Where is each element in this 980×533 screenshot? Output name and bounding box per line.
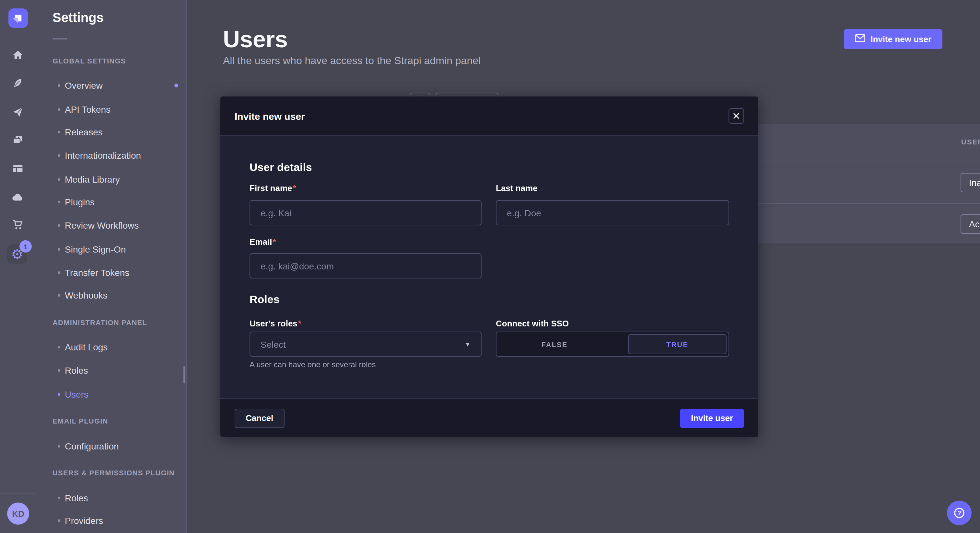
sso-label: Connect with SSO (496, 319, 729, 328)
last-name-label: Last name (496, 183, 729, 193)
modal-header: Invite new user (220, 97, 758, 136)
invite-user-modal: Invite new user User details First name*… (220, 97, 758, 437)
modal-footer: Cancel Invite user (220, 398, 758, 437)
close-icon (733, 113, 740, 119)
last-name-input[interactable] (496, 200, 729, 225)
section-title-user-details: User details (250, 161, 312, 174)
close-button[interactable] (729, 108, 744, 124)
email-input[interactable] (250, 253, 482, 279)
required-asterisk: * (298, 319, 301, 328)
section-title-roles: Roles (250, 293, 280, 306)
chevron-down-icon: ▼ (465, 341, 471, 347)
required-asterisk: * (293, 183, 296, 193)
first-name-input[interactable] (250, 200, 482, 225)
sso-toggle-true[interactable]: TRUE (628, 334, 727, 354)
roles-hint: A user can have one or several roles (250, 360, 376, 369)
sso-toggle-false[interactable]: FALSE (496, 332, 612, 356)
first-name-label: First name* (250, 183, 482, 193)
email-label: Email* (250, 237, 482, 247)
cancel-button[interactable]: Cancel (235, 408, 284, 428)
sso-toggle: FALSE TRUE (496, 332, 729, 357)
user-roles-select[interactable]: Select ▼ (250, 332, 482, 357)
required-asterisk: * (272, 237, 276, 247)
user-roles-label: User's roles* (250, 319, 482, 328)
select-value: Select (261, 339, 286, 349)
modal-title: Invite new user (235, 111, 305, 122)
invite-user-submit-button[interactable]: Invite user (680, 408, 744, 428)
